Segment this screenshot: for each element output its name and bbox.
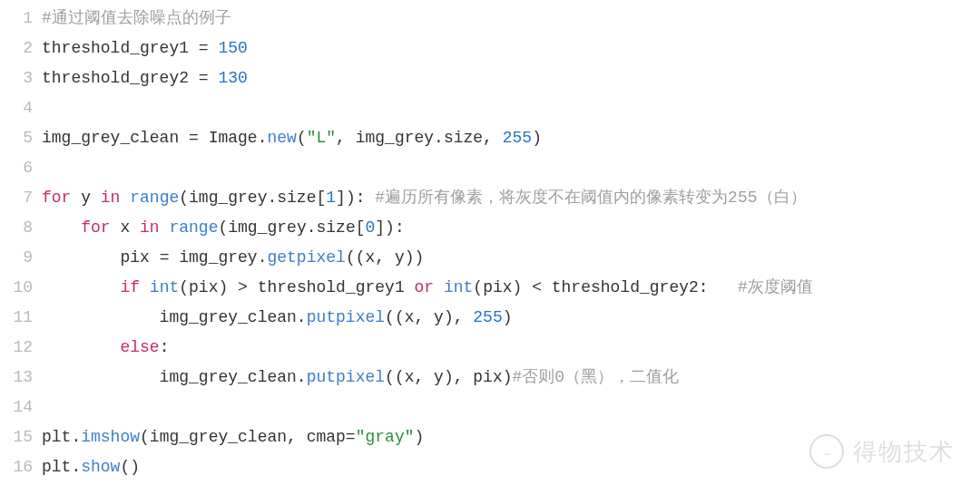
code-token: img_grey_clean xyxy=(42,129,189,147)
code-token: (img_grey.size[ xyxy=(218,218,365,237)
code-token: = xyxy=(189,129,199,147)
code-line: else: xyxy=(42,333,980,363)
code-token: plt. xyxy=(42,428,81,446)
code-token: threshold_grey1 xyxy=(248,278,415,296)
code-token: range xyxy=(130,189,179,207)
code-token xyxy=(434,278,444,296)
code-token: show xyxy=(81,458,120,476)
code-token: "gray" xyxy=(356,428,415,446)
code-token: () xyxy=(120,458,140,476)
code-token: ) xyxy=(414,428,424,446)
code-token: ((x, y), xyxy=(385,308,473,326)
code-token: new xyxy=(267,129,296,147)
code-token: threshold_grey2 xyxy=(42,69,199,87)
code-token: 130 xyxy=(218,69,247,87)
code-token: #遍历所有像素，将灰度不在阈值内的像素转变为255（白） xyxy=(375,189,806,207)
code-token: in xyxy=(101,189,121,207)
code-token: imshow xyxy=(81,428,140,446)
watermark-text: 得物技术 xyxy=(853,437,955,467)
line-number: 3 xyxy=(0,63,33,93)
code-token: range xyxy=(169,218,218,237)
line-number: 5 xyxy=(0,123,33,153)
code-token: 1 xyxy=(326,189,336,207)
code-line: img_grey_clean.putpixel((x, y), pix)#否则0… xyxy=(42,363,980,393)
line-number: 7 xyxy=(0,183,33,213)
code-line: threshold_grey2 = 130 xyxy=(42,63,980,93)
code-token: in xyxy=(140,218,160,237)
line-number: 2 xyxy=(0,34,33,63)
code-token xyxy=(42,278,120,296)
code-token xyxy=(209,39,219,57)
code-token: 255 xyxy=(473,308,502,326)
code-token: "L" xyxy=(307,129,336,147)
code-token xyxy=(209,69,219,87)
code-token: ((x, y), pix) xyxy=(385,368,512,386)
code-token: plt. xyxy=(42,458,81,476)
line-number: 1 xyxy=(0,4,33,34)
code-token: ) xyxy=(532,129,542,147)
code-token xyxy=(42,218,81,237)
code-token: ) xyxy=(503,308,513,326)
code-line xyxy=(42,93,980,123)
line-number: 15 xyxy=(0,422,33,452)
code-token: #否则0（黑），二值化 xyxy=(513,368,680,386)
line-number: 16 xyxy=(0,452,33,482)
line-number: 13 xyxy=(0,363,33,393)
code-token: (img_grey.size[ xyxy=(179,189,326,207)
code-token: (img_grey_clean, cmap= xyxy=(140,428,356,446)
code-token: , img_grey.size, xyxy=(336,129,503,147)
code-line: for y in range(img_grey.size[1]): #遍历所有像… xyxy=(42,183,980,213)
code-token: putpixel xyxy=(307,308,385,326)
code-line: img_grey_clean = Image.new("L", img_grey… xyxy=(42,123,980,153)
code-token: y xyxy=(71,189,100,207)
code-token: = xyxy=(199,39,209,57)
code-token: ]): xyxy=(336,189,375,207)
wechat-icon: … xyxy=(809,434,844,469)
code-token: #通过阈值去除噪点的例子 xyxy=(42,9,231,27)
code-token: = xyxy=(160,248,170,267)
code-token: x xyxy=(111,218,140,237)
code-line: img_grey_clean.putpixel((x, y), 255) xyxy=(42,303,980,333)
code-content: #通过阈值去除噪点的例子threshold_grey1 = 150thresho… xyxy=(42,4,980,485)
code-token: ( xyxy=(297,129,307,147)
code-token: < xyxy=(532,278,542,296)
code-token: = xyxy=(199,69,209,87)
watermark: … 得物技术 xyxy=(809,434,955,469)
line-number-gutter: 12345678910111213141516 xyxy=(0,4,42,485)
code-line: if int(pix) > threshold_grey1 or int(pix… xyxy=(42,273,980,303)
code-token: ]): xyxy=(375,218,404,237)
code-token: or xyxy=(415,278,435,296)
code-token: for xyxy=(42,189,71,207)
code-line xyxy=(42,153,980,183)
code-token xyxy=(120,189,130,207)
line-number: 12 xyxy=(0,333,33,363)
code-block: 12345678910111213141516 #通过阈值去除噪点的例子thre… xyxy=(0,0,980,485)
code-token: int xyxy=(150,278,179,296)
code-token xyxy=(42,338,120,356)
code-token: ((x, y)) xyxy=(346,248,424,267)
code-token: > xyxy=(238,278,248,296)
code-line: #通过阈值去除噪点的例子 xyxy=(42,4,980,34)
code-token: img_grey_clean. xyxy=(42,368,307,386)
code-token: threshold_grey1 xyxy=(42,39,199,57)
code-line: pix = img_grey.getpixel((x, y)) xyxy=(42,243,980,273)
code-token: img_grey. xyxy=(169,248,267,267)
line-number: 14 xyxy=(0,393,33,422)
code-token: img_grey_clean. xyxy=(42,308,307,326)
line-number: 4 xyxy=(0,93,33,123)
code-token: int xyxy=(444,278,473,296)
line-number: 8 xyxy=(0,213,33,243)
code-token: for xyxy=(81,218,110,237)
code-token xyxy=(140,278,150,296)
code-token: 150 xyxy=(218,39,247,57)
code-token: 0 xyxy=(366,218,376,237)
line-number: 6 xyxy=(0,153,33,183)
line-number: 9 xyxy=(0,243,33,273)
code-token: (pix) xyxy=(473,278,532,296)
code-token: pix xyxy=(42,248,160,267)
line-number: 11 xyxy=(0,303,33,333)
code-token: putpixel xyxy=(307,368,385,386)
code-token: (pix) xyxy=(179,278,238,296)
code-token: 255 xyxy=(503,129,532,147)
line-number: 10 xyxy=(0,273,33,303)
